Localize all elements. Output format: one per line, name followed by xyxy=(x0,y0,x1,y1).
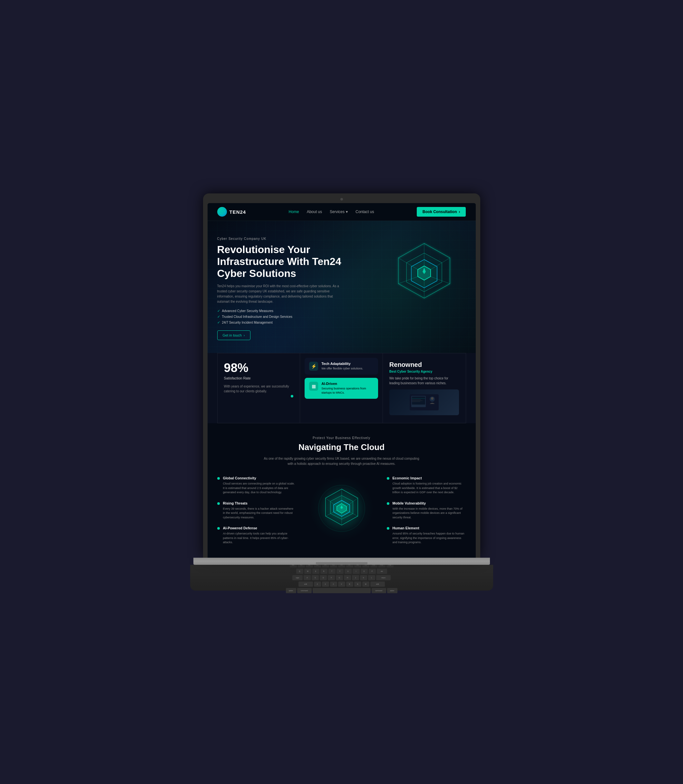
global-connectivity: Global Connectivity Cloud services are c… xyxy=(217,476,297,495)
hero-content: Cyber Security Company UK Revolutionise … xyxy=(217,237,342,340)
threats-title: Rising Threats xyxy=(223,501,297,505)
key-space[interactable] xyxy=(313,588,371,593)
human-text: Human Element Around 95% of security bre… xyxy=(393,526,466,545)
key-l[interactable]: L xyxy=(368,575,375,580)
key-v[interactable]: V xyxy=(338,582,345,587)
laptop-screen-frame: TEN24 Home About us Services ▾ Contact u… xyxy=(203,193,480,558)
ai-text: AI-Driven Securing business operations f… xyxy=(321,382,374,394)
ai-desc: Securing business operations from startu… xyxy=(321,386,374,394)
tech-adaptability-card: ⚡ Tech Adaptability We offer flexible cy… xyxy=(305,358,378,375)
key-cmd-l[interactable]: command xyxy=(297,588,312,593)
key-w[interactable]: W xyxy=(304,569,311,574)
threats-text: Rising Threats Every 39 seconds, there i… xyxy=(223,501,297,520)
tech-icon: ⚡ xyxy=(309,362,318,371)
nav-logo: TEN24 xyxy=(217,207,246,216)
hero-visual xyxy=(379,227,469,317)
key-g[interactable]: G xyxy=(336,575,343,580)
ai-icon: ▦ xyxy=(309,382,318,391)
book-consultation-button[interactable]: Book Consultation › xyxy=(417,207,466,216)
key-d[interactable]: D xyxy=(320,575,327,580)
chevron-down-icon: ▾ xyxy=(346,210,348,214)
key-x[interactable]: X xyxy=(322,582,329,587)
key-y[interactable]: Y xyxy=(337,569,343,574)
key-del[interactable]: del xyxy=(377,569,387,574)
mobile-vulnerability: Mobile Vulnerability With the increase i… xyxy=(387,501,466,520)
ai-defense: AI-Powered Defense AI-driven cybersecuri… xyxy=(217,526,297,545)
tech-text: Tech Adaptability We offer flexible cybe… xyxy=(321,362,363,371)
check-icon-3: ✓ xyxy=(217,321,220,325)
checklist-item-1: ✓ Advanced Cyber Security Measures xyxy=(217,309,342,313)
key-caps[interactable]: caps xyxy=(292,575,303,580)
key-m[interactable]: M xyxy=(362,582,369,587)
keyboard-row-4: shift Z X C V B N M shift xyxy=(298,582,385,587)
svg-point-19 xyxy=(431,397,433,400)
key-h[interactable]: H xyxy=(344,575,351,580)
laptop-screen: TEN24 Home About us Services ▾ Contact u… xyxy=(208,203,476,558)
key-b[interactable]: B xyxy=(346,582,353,587)
check-icon-1: ✓ xyxy=(217,309,220,313)
economic-desc: Cloud adoption is fostering job creation… xyxy=(393,482,466,495)
key-i[interactable]: I xyxy=(353,569,360,574)
ai-defense-title: AI-Powered Defense xyxy=(223,526,297,530)
renowned-desc: We take pride for being the top choice f… xyxy=(390,376,459,386)
keyboard-row-5: option command command option xyxy=(286,588,398,593)
stats-section: 98% Satisfaction Rate With years of expe… xyxy=(208,353,476,423)
key-a[interactable]: A xyxy=(304,575,311,580)
cloud-title: Navigating The Cloud xyxy=(217,442,466,452)
key-shift-l[interactable]: shift xyxy=(298,582,313,587)
key-return[interactable]: return xyxy=(376,575,391,580)
ai-driven-card: ▦ AI-Driven Securing business operations… xyxy=(305,378,378,398)
key-j[interactable]: J xyxy=(352,575,359,580)
key-z[interactable]: Z xyxy=(314,582,321,587)
logo-text: TEN24 xyxy=(229,209,246,215)
global-title: Global Connectivity xyxy=(223,476,297,480)
key-p[interactable]: P xyxy=(369,569,376,574)
key-o[interactable]: O xyxy=(361,569,368,574)
dot-icon-6 xyxy=(387,527,390,530)
nav-about[interactable]: About us xyxy=(307,210,322,214)
laptop-keyboard: esc F1 F2 F3 F4 F5 F6 F7 F8 F9 F10 F11 F… xyxy=(190,565,493,591)
check-icon-2: ✓ xyxy=(217,315,220,319)
cloud-cube xyxy=(309,476,374,540)
key-cmd-r[interactable]: command xyxy=(372,588,386,593)
dot-icon-4 xyxy=(387,477,390,480)
satisfaction-stat: 98% Satisfaction Rate With years of expe… xyxy=(218,353,300,423)
mobile-desc: With the increase in mobile devices, mor… xyxy=(393,507,466,520)
tech-desc: We offer flexible cyber solutions. xyxy=(321,367,363,371)
renowned-badge: Best Cyber Security Agency xyxy=(390,370,459,373)
global-text: Global Connectivity Cloud services are c… xyxy=(223,476,297,495)
keyboard-row-2: Q W E R T Y U I O P del xyxy=(296,569,387,574)
dot-icon xyxy=(217,477,220,480)
key-t[interactable]: T xyxy=(329,569,335,574)
nav-home[interactable]: Home xyxy=(289,210,299,214)
key-alt-r[interactable]: option xyxy=(387,588,398,593)
key-shift-r[interactable]: shift xyxy=(370,582,385,587)
cloud-visual xyxy=(303,476,380,540)
key-e[interactable]: E xyxy=(312,569,319,574)
navbar: TEN24 Home About us Services ▾ Contact u… xyxy=(208,203,476,221)
threats-desc: Every 39 seconds, there is a hacker atta… xyxy=(223,507,297,520)
nav-services[interactable]: Services ▾ xyxy=(330,210,348,214)
nav-links: Home About us Services ▾ Contact us xyxy=(289,210,374,214)
cloud-description: As one of the rapidly growing cyber secu… xyxy=(261,456,422,467)
human-title: Human Element xyxy=(393,526,466,530)
hero-section: Cyber Security Company UK Revolutionise … xyxy=(208,221,476,353)
get-in-touch-button[interactable]: Get in touch › xyxy=(217,330,250,340)
rising-threats: Rising Threats Every 39 seconds, there i… xyxy=(217,501,297,520)
nav-contact[interactable]: Contact us xyxy=(356,210,374,214)
economic-text: Economic Impact Cloud adoption is foster… xyxy=(393,476,466,495)
key-r[interactable]: R xyxy=(321,569,327,574)
key-q[interactable]: Q xyxy=(296,569,303,574)
stat-dot xyxy=(291,395,293,398)
key-c[interactable]: C xyxy=(330,582,337,587)
hero-description: Ten24 helps you maximise your ROI with t… xyxy=(217,284,340,304)
key-k[interactable]: K xyxy=(360,575,367,580)
key-s[interactable]: S xyxy=(312,575,319,580)
key-u[interactable]: U xyxy=(345,569,352,574)
key-f[interactable]: F xyxy=(328,575,335,580)
key-alt-l[interactable]: option xyxy=(286,588,296,593)
renowned-image xyxy=(390,390,459,415)
key-n[interactable]: N xyxy=(354,582,361,587)
features-mid: ⚡ Tech Adaptability We offer flexible cy… xyxy=(300,353,383,423)
arrow-icon: › xyxy=(459,210,460,214)
